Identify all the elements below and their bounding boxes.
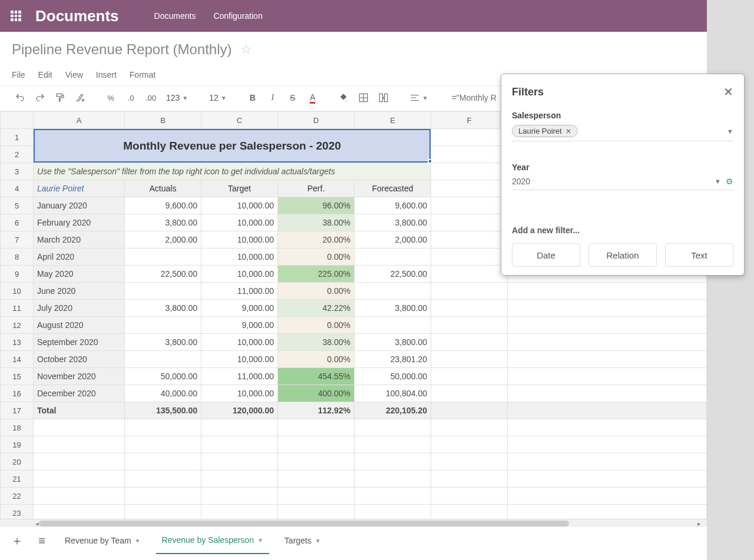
cell-forecast[interactable]: 100,804.00 — [355, 385, 431, 402]
cell-actuals[interactable] — [125, 317, 201, 334]
cell-empty[interactable] — [508, 470, 707, 488]
cell-column-header[interactable]: Forecasted — [355, 180, 431, 197]
clear-format-icon[interactable] — [72, 90, 88, 106]
cell-target[interactable]: 10,000.00 — [201, 214, 278, 231]
row-header[interactable]: 2 — [1, 146, 34, 163]
document-title[interactable]: Pipeline Revenue Report (Monthly) — [12, 41, 232, 58]
cell-help-merged[interactable]: Use the "Salesperson" filter from the to… — [34, 163, 431, 180]
cell-empty[interactable] — [355, 436, 431, 453]
nav-link-documents[interactable]: Documents — [154, 11, 196, 21]
row-header[interactable]: 6 — [1, 214, 34, 231]
cell-actuals[interactable] — [125, 351, 201, 368]
cell-empty[interactable] — [431, 470, 508, 488]
column-header[interactable]: F — [431, 112, 508, 129]
cell-empty[interactable] — [278, 419, 355, 436]
cell-empty[interactable] — [508, 419, 707, 436]
row-header[interactable]: 8 — [1, 248, 34, 266]
cell-forecast[interactable]: 3,800.00 — [355, 334, 431, 351]
text-color-button[interactable]: A — [305, 90, 321, 106]
row-header[interactable]: 9 — [1, 266, 34, 283]
column-header[interactable]: B — [125, 112, 201, 129]
cell-month[interactable]: September 2020 — [34, 334, 125, 351]
row-header[interactable]: 11 — [1, 300, 34, 317]
cell-empty[interactable] — [355, 453, 431, 470]
cell-total-target[interactable]: 120,000.00 — [201, 402, 278, 419]
cell-empty[interactable] — [355, 488, 431, 505]
cell-title-merged[interactable]: Monthly Revenue per Salesperson - 2020 — [34, 129, 431, 163]
column-header[interactable]: C — [201, 112, 278, 129]
salesperson-filter-input[interactable]: Laurie Poiret ✕ ▼ — [512, 122, 733, 141]
column-header[interactable]: D — [278, 112, 355, 129]
cell-empty[interactable] — [278, 453, 355, 470]
row-header[interactable]: 1 — [1, 129, 34, 146]
cell-empty[interactable] — [431, 436, 508, 453]
cell-actuals[interactable] — [125, 283, 201, 300]
percent-format-button[interactable]: % — [102, 90, 119, 106]
cell-empty[interactable] — [34, 419, 125, 436]
nav-link-configuration[interactable]: Configuration — [213, 11, 262, 21]
cell-month[interactable]: December 2020 — [34, 385, 125, 402]
sheet-tab-revenue-by-team[interactable]: Revenue by Team ▼ — [59, 536, 147, 545]
cell-perf[interactable]: 42.22% — [278, 300, 355, 317]
cell-empty[interactable] — [201, 453, 278, 470]
cell-perf[interactable]: 20.00% — [278, 231, 355, 248]
bold-button[interactable]: B — [244, 90, 261, 106]
filter-relation-button[interactable]: Relation — [588, 243, 657, 267]
cell-perf[interactable]: 38.00% — [278, 334, 355, 351]
cell-forecast[interactable] — [355, 283, 431, 300]
column-header[interactable]: A — [34, 112, 125, 129]
filter-text-button[interactable]: Text — [665, 243, 733, 267]
cell-empty[interactable] — [34, 488, 125, 505]
row-header[interactable]: 17 — [1, 402, 34, 419]
cell-perf[interactable]: 400.00% — [278, 385, 355, 402]
cell-empty[interactable] — [431, 453, 508, 470]
row-header[interactable]: 5 — [1, 197, 34, 214]
cell-month[interactable]: January 2020 — [34, 197, 125, 214]
align-dropdown[interactable]: ▼ — [406, 92, 432, 103]
row-header[interactable]: 15 — [1, 368, 34, 385]
cell-empty[interactable] — [278, 488, 355, 505]
row-header[interactable]: 18 — [1, 419, 34, 436]
cell-total-actuals[interactable]: 135,500.00 — [125, 402, 201, 419]
merge-cells-button[interactable] — [375, 90, 392, 106]
year-filter-input[interactable]: 2020 ▼ ⚙ — [512, 174, 733, 190]
cell-target[interactable]: 10,000.00 — [201, 231, 278, 248]
row-header[interactable]: 12 — [1, 317, 34, 334]
cell-target[interactable]: 10,000.00 — [201, 248, 278, 266]
cell-empty[interactable] — [125, 419, 201, 436]
cell-column-header[interactable]: Target — [201, 180, 278, 197]
row-header[interactable]: 16 — [1, 385, 34, 402]
cell-forecast[interactable]: 2,000.00 — [355, 231, 431, 248]
decimal-increase-button[interactable]: .00 — [143, 90, 159, 106]
cell-month[interactable]: May 2020 — [34, 266, 125, 283]
cell-target[interactable]: 10,000.00 — [201, 197, 278, 214]
cell-target[interactable]: 9,000.00 — [201, 317, 278, 334]
number-format-dropdown[interactable]: 123 ▼ — [163, 93, 191, 102]
cell-empty[interactable] — [431, 419, 508, 436]
undo-icon[interactable] — [12, 90, 28, 106]
row-header[interactable]: 20 — [1, 453, 34, 470]
cell-empty[interactable] — [125, 470, 201, 488]
menu-file[interactable]: File — [12, 70, 25, 79]
cell-total-perf[interactable]: 112.92% — [278, 402, 355, 419]
cell-target[interactable]: 10,000.00 — [201, 334, 278, 351]
row-header[interactable]: 4 — [1, 180, 34, 197]
menu-format[interactable]: Format — [130, 70, 156, 79]
cell-empty[interactable] — [355, 470, 431, 488]
cell-perf[interactable]: 0.00% — [278, 283, 355, 300]
cell-forecast[interactable] — [355, 248, 431, 266]
cell-actuals[interactable]: 22,500.00 — [125, 266, 201, 283]
horizontal-scrollbar[interactable]: ◂ ▸ — [0, 519, 707, 527]
cell-empty[interactable] — [431, 488, 508, 505]
cell-forecast[interactable] — [355, 317, 431, 334]
cell-month[interactable]: October 2020 — [34, 351, 125, 368]
cell-perf[interactable]: 38.00% — [278, 214, 355, 231]
cell-actuals[interactable]: 2,000.00 — [125, 231, 201, 248]
cell-target[interactable]: 11,000.00 — [201, 368, 278, 385]
cell-perf[interactable]: 0.00% — [278, 248, 355, 266]
cell-empty[interactable] — [34, 470, 125, 488]
cell-month[interactable]: April 2020 — [34, 248, 125, 266]
fill-color-button[interactable] — [335, 90, 352, 106]
favorite-star-icon[interactable]: ☆ — [240, 42, 252, 57]
cell-total-forecast[interactable]: 220,105.20 — [355, 402, 431, 419]
